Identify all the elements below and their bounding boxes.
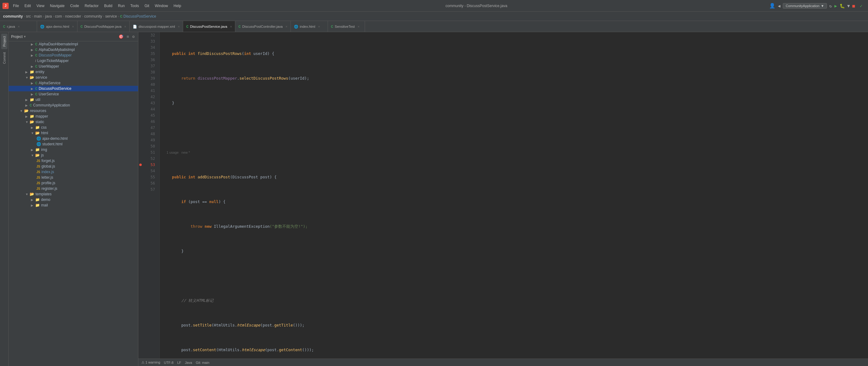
tree-item-discusspostmapper[interactable]: ▶ C DiscussPostMapper [9,53,138,58]
tree-item-communityapplication[interactable]: ▶ C CommunityApplication [9,102,138,108]
tree-item-demo[interactable]: ▶ 📁 demo [9,197,138,202]
profile-icon[interactable]: 👤 [769,3,775,9]
menu-help[interactable]: Help [171,2,184,9]
tree-item-index-js[interactable]: JS index.js [9,169,138,175]
tab-close-icon[interactable]: × [178,25,180,28]
tree-item-templates[interactable]: ▼ 📂 templates [9,191,138,197]
code-container[interactable]: 32 33 34 35 36 37 38 39 40 41 42 43 44 4… [138,32,868,359]
tab-discusspostservice[interactable]: C DiscussPostService.java × [183,21,235,32]
tree-item-resources[interactable]: ▼ 📂 resources [9,108,138,113]
tree-item-student-html[interactable]: 🌐 student.html [9,141,138,147]
tab-ajax-demo[interactable]: 🌐 ajax-demo.html × [37,21,78,32]
refresh-icon[interactable]: ↻ [829,3,832,8]
breadcrumb-com[interactable]: com [55,14,62,19]
tree-arrow-icon: ▼ [25,76,29,79]
linenum-51: 51 [143,149,157,156]
breadcrumb-java[interactable]: java [45,14,52,19]
breadcrumb-service[interactable]: service [105,14,117,19]
menu-navigate[interactable]: Navigate [48,2,67,9]
tree-item-alphaservice[interactable]: ▶ C AlphaService [9,80,138,86]
tree-item-js-folder[interactable]: ▼ 📂 js [9,153,138,158]
folder-icon: 📁 [35,125,40,130]
tab-close-icon[interactable]: × [318,25,320,28]
breadcrumb-community[interactable]: community [3,14,23,19]
menu-window[interactable]: Window [152,2,170,9]
tree-item-mail[interactable]: ▶ 📁 mail [9,202,138,208]
menu-build[interactable]: Build [101,2,115,9]
gutter-41 [138,88,143,94]
tab-close-icon[interactable]: × [285,25,287,28]
tree-item-ajax-demo-html[interactable]: 🌐 ajax-demo.html [9,136,138,141]
collapse-all-icon[interactable]: ≡ [126,34,130,39]
tree-item-usermapper[interactable]: ▶ C UserMapper [9,64,138,69]
gutter-49 [138,137,143,143]
tree-item-img[interactable]: ▶ 📁 img [9,147,138,153]
menu-code[interactable]: Code [68,2,82,9]
tree-item-util[interactable]: ▶ 📁 util [9,97,138,102]
tab-close-icon[interactable]: × [72,25,74,28]
tab-r-java[interactable]: C r.java × [0,21,37,32]
tab-close-icon[interactable]: × [230,25,232,28]
locate-icon[interactable]: 🎯 [118,34,124,39]
tree-item-profile-js[interactable]: JS profile.js [9,180,138,186]
tab-index-html[interactable]: 🌐 index.html × [291,21,328,32]
folder-icon: 📁 [35,147,40,152]
menu-run[interactable]: Run [116,2,127,9]
tree-item-service[interactable]: ▼ 📂 service [9,75,138,80]
menu-edit[interactable]: Edit [22,2,33,9]
breadcrumb-src[interactable]: src [26,14,31,19]
tree-arrow-icon: ▶ [31,48,35,52]
status-encoding: UTF-8 [164,361,174,364]
run-icon[interactable]: ▶ [834,3,837,8]
gutter-42 [138,94,143,100]
tree-item-label: UserService [39,92,59,96]
navigate-back-icon[interactable]: ◀ [778,3,780,8]
tab-close-icon[interactable]: × [358,25,360,28]
breadcrumb-main[interactable]: main [34,14,42,19]
tab-label: discusspost-mapper.xml [138,25,175,28]
tree-item-userservice[interactable]: ▶ C UserService [9,91,138,97]
more-run-icon[interactable]: ▼ [847,3,850,8]
tree-item-mapper[interactable]: ▶ 📁 mapper [9,113,138,119]
tree-arrow-icon: ▶ [31,54,35,57]
tab-close-icon[interactable]: × [18,25,20,28]
stop-icon[interactable]: ■ [852,3,855,8]
breadcrumb-nowcoder[interactable]: nowcoder [65,14,81,19]
tab-label: DiscussPostService.java [190,25,227,28]
gutter-40 [138,81,143,88]
menu-view[interactable]: View [34,2,47,9]
menu-refactor[interactable]: Refactor [82,2,101,9]
tree-item-label: DiscussPostMapper [39,53,72,57]
tree-item-global-js[interactable]: JS global.js [9,164,138,169]
tab-discusspostmapper[interactable]: C DiscussPostMapper.java × [78,21,130,32]
breadcrumb-community2[interactable]: community [84,14,102,19]
tree-item-discusspostservice[interactable]: ▶ C DiscussPostService [9,86,138,91]
project-panel-tab[interactable]: Project [1,34,7,49]
breadcrumb-class[interactable]: DiscussPostService [124,14,156,19]
tree-item-forget-js[interactable]: JS forget.js [9,158,138,164]
tree-item-label: mapper [35,114,48,119]
tree-item-alphadaomybatisimpl[interactable]: ▶ C AlphaDaoMybatisImpl [9,47,138,53]
tree-arrow-icon: ▶ [31,148,35,152]
menu-git[interactable]: Git [142,2,152,9]
tree-item-loginticketmapper[interactable]: I LoginTicketMapper [9,58,138,64]
commit-panel-tab[interactable]: Commit [1,50,7,66]
tree-item-letter-js[interactable]: JS letter.js [9,175,138,180]
tab-close-icon[interactable]: × [124,25,126,28]
line-numbers: 32 33 34 35 36 37 38 39 40 41 42 43 44 4… [143,32,160,359]
menu-file[interactable]: File [10,2,21,9]
settings-icon[interactable]: ⚙ [131,34,135,39]
tab-discusspost-mapper-xml[interactable]: 📄 discusspost-mapper.xml × [130,21,183,32]
tree-item-static[interactable]: ▼ 📂 static [9,119,138,125]
tab-discusspostcontroller[interactable]: C DiscussPostController.java × [235,21,291,32]
tree-item-entity[interactable]: ▶ 📁 entity [9,69,138,75]
code-content[interactable]: public int findDiscussPostRows ( int use… [160,32,868,359]
tree-item-html-folder[interactable]: ▼ 📂 html [9,130,138,136]
tree-item-register-js[interactable]: JS register.js [9,186,138,191]
menu-tools[interactable]: Tools [128,2,142,9]
run-config-dropdown[interactable]: CommunityApplication ▼ [783,3,827,9]
tab-sensitivetest[interactable]: C SensitiveTest × [328,21,365,32]
debug-icon[interactable]: 🐛 [840,3,845,8]
tree-item-css[interactable]: ▶ 📁 css [9,125,138,130]
tree-item-alphadaohibernateimpl[interactable]: ▶ C AlphaDaoHibernateImpl [9,41,138,47]
